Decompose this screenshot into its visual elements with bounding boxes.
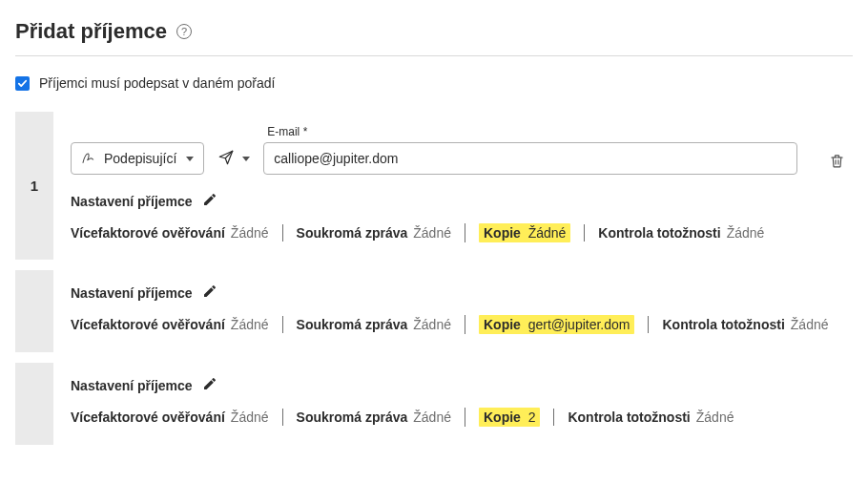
summary-private-msg: Soukromá zpráva Žádné bbox=[282, 409, 465, 426]
settings-title: Nastavení příjemce bbox=[71, 194, 193, 209]
summary-id-check: Kontrola totožnosti Žádné bbox=[648, 316, 841, 333]
section-header: Přidat příjemce ? bbox=[15, 19, 853, 56]
summary-id-check: Kontrola totožnosti Žádné bbox=[584, 224, 777, 242]
drag-handle[interactable] bbox=[15, 363, 53, 445]
recipient-settings-header: Nastavení příjemce bbox=[71, 284, 853, 302]
pencil-icon[interactable] bbox=[202, 376, 217, 394]
page-title: Přidat příjemce bbox=[15, 19, 167, 44]
drag-handle[interactable] bbox=[15, 270, 53, 352]
settings-summary: Vícefaktorové ověřování Žádné Soukromá z… bbox=[71, 223, 853, 242]
chevron-down-icon bbox=[242, 157, 250, 161]
email-field[interactable] bbox=[263, 142, 797, 175]
summary-mfa: Vícefaktorové ověřování Žádné bbox=[71, 224, 282, 242]
recipient-settings-header: Nastavení příjemce bbox=[71, 192, 853, 210]
paper-plane-icon bbox=[217, 149, 235, 169]
settings-title: Nastavení příjemce bbox=[71, 285, 193, 301]
summary-copy: Kopie Žádné bbox=[465, 223, 584, 242]
drag-handle[interactable]: 1 bbox=[15, 112, 53, 260]
settings-summary: Vícefaktorové ověřování Žádné Soukromá z… bbox=[71, 408, 853, 427]
checkbox-checked-icon[interactable] bbox=[15, 76, 30, 91]
summary-private-msg: Soukromá zpráva Žádné bbox=[282, 224, 465, 242]
recipient-card: Nastavení příjemce Vícefaktorové ověřová… bbox=[15, 270, 853, 353]
signature-icon bbox=[81, 150, 96, 168]
role-label: Podepisující bbox=[104, 151, 176, 166]
delivery-select[interactable] bbox=[217, 142, 250, 175]
summary-id-check: Kontrola totožnosti Žádné bbox=[553, 409, 747, 426]
email-label: E-mail * bbox=[267, 125, 797, 138]
recipient-settings-header: Nastavení příjemce bbox=[71, 376, 853, 394]
add-recipients-section: Přidat příjemce ? Příjemci musí podepsat… bbox=[0, 0, 868, 484]
settings-summary: Vícefaktorové ověřování Žádné Soukromá z… bbox=[71, 315, 853, 334]
help-icon[interactable]: ? bbox=[176, 24, 192, 39]
pencil-icon[interactable] bbox=[202, 192, 217, 210]
sign-order-option[interactable]: Příjemci musí podepsat v daném pořadí bbox=[15, 75, 853, 91]
recipient-card: Nastavení příjemce Vícefaktorové ověřová… bbox=[15, 363, 853, 446]
pencil-icon[interactable] bbox=[202, 284, 217, 302]
summary-copy: Kopie gert@jupiter.dom bbox=[465, 315, 649, 334]
recipients-list: 1 Podepisující bbox=[15, 112, 853, 446]
role-select[interactable]: Podepisující bbox=[71, 142, 204, 175]
sign-order-label: Příjemci musí podepsat v daném pořadí bbox=[39, 75, 275, 91]
chevron-down-icon bbox=[186, 157, 194, 161]
summary-private-msg: Soukromá zpráva Žádné bbox=[282, 316, 465, 333]
trash-icon[interactable] bbox=[829, 153, 845, 169]
summary-copy: Kopie 2 bbox=[465, 408, 553, 427]
recipient-card: 1 Podepisující bbox=[15, 112, 853, 261]
recipient-order: 1 bbox=[31, 178, 38, 194]
summary-mfa: Vícefaktorové ověřování Žádné bbox=[71, 316, 282, 333]
settings-title: Nastavení příjemce bbox=[71, 378, 193, 393]
summary-mfa: Vícefaktorové ověřování Žádné bbox=[71, 409, 282, 426]
